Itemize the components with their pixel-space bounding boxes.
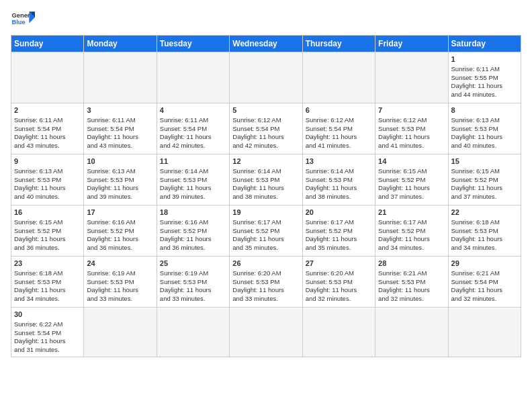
day-number: 5 — [232, 105, 299, 116]
day-info: Sunrise: 6:11 AM — [14, 116, 81, 125]
day-header-saturday: Saturday — [448, 36, 521, 52]
calendar-cell — [448, 308, 521, 357]
day-info: Sunset: 5:52 PM — [232, 227, 299, 236]
calendar-cell: 8Sunrise: 6:13 AMSunset: 5:53 PMDaylight… — [448, 103, 521, 154]
calendar-cell — [302, 308, 375, 357]
day-info: Sunset: 5:53 PM — [160, 176, 226, 185]
day-info: Sunrise: 6:20 AM — [306, 269, 372, 278]
day-info: Daylight: 11 hours — [160, 184, 226, 193]
day-info: Sunrise: 6:11 AM — [451, 65, 518, 74]
day-info: and 31 minutes. — [14, 346, 81, 355]
day-info: and 35 minutes. — [306, 244, 372, 253]
day-info: Daylight: 11 hours — [87, 235, 153, 244]
calendar-cell — [230, 52, 302, 103]
day-number: 12 — [232, 156, 299, 167]
calendar-cell: 10Sunrise: 6:13 AMSunset: 5:53 PMDayligh… — [84, 154, 157, 205]
calendar-cell: 5Sunrise: 6:12 AMSunset: 5:54 PMDaylight… — [230, 103, 302, 154]
day-header-wednesday: Wednesday — [230, 36, 302, 52]
calendar-cell: 29Sunrise: 6:21 AMSunset: 5:54 PMDayligh… — [448, 257, 521, 308]
day-info: Sunrise: 6:15 AM — [451, 167, 518, 176]
day-info: Sunrise: 6:15 AM — [378, 167, 445, 176]
day-info: and 33 minutes. — [160, 295, 226, 304]
day-info: Daylight: 11 hours — [306, 184, 372, 193]
day-info: Sunrise: 6:18 AM — [14, 269, 81, 278]
day-number: 2 — [14, 105, 81, 116]
calendar-cell: 24Sunrise: 6:19 AMSunset: 5:53 PMDayligh… — [84, 257, 157, 308]
day-info: Daylight: 11 hours — [451, 133, 518, 142]
calendar-cell — [84, 52, 157, 103]
day-info: Sunset: 5:53 PM — [378, 125, 445, 134]
calendar-cell: 25Sunrise: 6:19 AMSunset: 5:53 PMDayligh… — [157, 257, 229, 308]
day-info: Sunset: 5:52 PM — [378, 176, 445, 185]
calendar-cell: 15Sunrise: 6:15 AMSunset: 5:52 PMDayligh… — [448, 154, 521, 205]
day-header-thursday: Thursday — [302, 36, 375, 52]
day-info: and 39 minutes. — [87, 193, 153, 201]
svg-text:Blue: Blue — [11, 19, 25, 26]
week-row-1: 2Sunrise: 6:11 AMSunset: 5:54 PMDaylight… — [11, 103, 521, 154]
day-info: and 43 minutes. — [14, 142, 81, 150]
day-info: Daylight: 11 hours — [378, 286, 445, 295]
calendar-cell — [302, 52, 375, 103]
day-number: 16 — [14, 208, 81, 218]
day-number: 15 — [451, 156, 518, 167]
calendar-cell: 7Sunrise: 6:12 AMSunset: 5:53 PMDaylight… — [375, 103, 448, 154]
day-number: 23 — [14, 259, 81, 269]
calendar-cell — [11, 52, 84, 103]
day-info: and 44 minutes. — [451, 91, 518, 99]
day-info: Daylight: 11 hours — [14, 235, 81, 244]
day-info: Sunrise: 6:13 AM — [451, 116, 518, 125]
day-info: Sunrise: 6:17 AM — [232, 218, 299, 227]
day-number: 30 — [14, 310, 81, 320]
day-info: and 43 minutes. — [87, 142, 153, 150]
day-number: 22 — [451, 208, 518, 218]
calendar-cell: 14Sunrise: 6:15 AMSunset: 5:52 PMDayligh… — [375, 154, 448, 205]
day-info: Sunset: 5:55 PM — [451, 74, 518, 83]
day-info: Sunrise: 6:11 AM — [87, 116, 153, 125]
day-info: and 41 minutes. — [378, 142, 445, 150]
day-info: Daylight: 11 hours — [160, 133, 226, 142]
day-info: Sunrise: 6:21 AM — [378, 269, 445, 278]
day-info: Sunrise: 6:18 AM — [451, 218, 518, 227]
calendar-cell: 22Sunrise: 6:18 AMSunset: 5:53 PMDayligh… — [448, 205, 521, 257]
day-info: Daylight: 11 hours — [306, 286, 372, 295]
calendar-cell — [84, 308, 157, 357]
day-number: 27 — [306, 259, 372, 269]
day-info: Sunset: 5:53 PM — [451, 227, 518, 236]
day-info: and 42 minutes. — [160, 142, 226, 150]
day-info: and 40 minutes. — [14, 193, 81, 201]
week-row-5: 30Sunrise: 6:22 AMSunset: 5:54 PMDayligh… — [11, 308, 521, 357]
day-info: Sunrise: 6:21 AM — [451, 269, 518, 278]
day-info: Sunset: 5:54 PM — [14, 125, 81, 134]
day-number: 26 — [232, 259, 299, 269]
day-info: Daylight: 11 hours — [232, 184, 299, 193]
day-info: Daylight: 11 hours — [232, 133, 299, 142]
day-info: Sunset: 5:53 PM — [306, 278, 372, 287]
day-info: and 34 minutes. — [451, 244, 518, 253]
day-info: Sunrise: 6:12 AM — [306, 116, 372, 125]
day-info: Daylight: 11 hours — [306, 235, 372, 244]
day-info: Daylight: 11 hours — [378, 184, 445, 193]
calendar-cell: 2Sunrise: 6:11 AMSunset: 5:54 PMDaylight… — [11, 103, 84, 154]
calendar-cell: 17Sunrise: 6:16 AMSunset: 5:52 PMDayligh… — [84, 205, 157, 257]
calendar-cell: 4Sunrise: 6:11 AMSunset: 5:54 PMDaylight… — [157, 103, 229, 154]
day-info: Daylight: 11 hours — [87, 133, 153, 142]
page: General Blue SundayMondayTuesdayWednesda… — [0, 0, 532, 364]
week-row-3: 16Sunrise: 6:15 AMSunset: 5:52 PMDayligh… — [11, 205, 521, 257]
day-info: Sunrise: 6:13 AM — [87, 167, 153, 176]
calendar: SundayMondayTuesdayWednesdayThursdayFrid… — [11, 35, 521, 357]
calendar-cell — [375, 52, 448, 103]
day-info: Daylight: 11 hours — [232, 286, 299, 295]
logo: General Blue — [11, 7, 35, 31]
day-info: and 35 minutes. — [232, 244, 299, 253]
calendar-cell: 9Sunrise: 6:13 AMSunset: 5:53 PMDaylight… — [11, 154, 84, 205]
day-info: Daylight: 11 hours — [14, 133, 81, 142]
day-number: 13 — [306, 156, 372, 167]
day-info: Sunrise: 6:14 AM — [160, 167, 226, 176]
day-number: 17 — [87, 208, 153, 218]
day-info: Sunset: 5:53 PM — [451, 125, 518, 134]
day-info: Daylight: 11 hours — [232, 235, 299, 244]
day-number: 6 — [306, 105, 372, 116]
day-number: 1 — [451, 54, 518, 64]
day-info: and 42 minutes. — [232, 142, 299, 150]
day-info: Sunset: 5:53 PM — [160, 278, 226, 287]
